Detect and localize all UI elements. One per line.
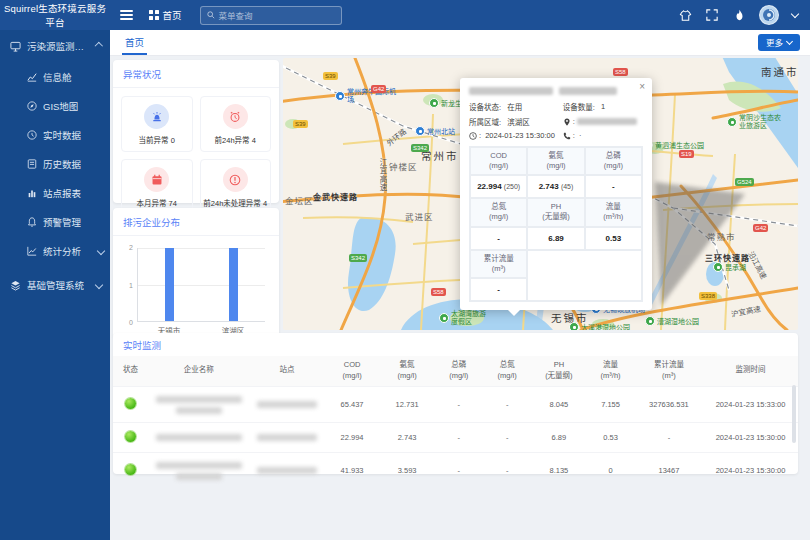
user-avatar[interactable] (759, 5, 779, 25)
table-cell: 8.045 (531, 386, 586, 422)
train-icon (415, 126, 425, 136)
calendar-icon (144, 167, 169, 192)
monitor-table: 状态企业名称站点COD(mg/l)氨氮(mg/l)总磷(mg/l)总氮(mg/l… (113, 356, 798, 488)
sidebar-group-basic-management[interactable]: 基础管理系统 (0, 269, 110, 301)
column-header: 氨氮(mg/l) (380, 356, 435, 386)
table-cell: - (435, 422, 483, 452)
redacted-site-name (257, 434, 317, 441)
map-label-poi-blue: 常州奔牛国际机场 (335, 88, 397, 104)
card-prev24h-abnormal: 前24h异常 4 (200, 96, 272, 152)
sidebar-item-history-data[interactable]: 历史数据 (0, 149, 110, 178)
breadcrumb-home[interactable]: 首页 (149, 8, 182, 22)
history-icon (26, 158, 37, 169)
bar-无锡市 (165, 248, 174, 321)
chevron-up-icon (95, 42, 103, 50)
sidebar-item-alert-management[interactable]: 预警管理 (0, 207, 110, 236)
sidebar-item-statistics[interactable]: 统计分析 (0, 236, 110, 265)
chart-plot-area (137, 248, 265, 322)
dashboard-icon (26, 71, 37, 82)
map-label-road: 外环路 (384, 125, 409, 148)
monitor-icon (10, 41, 21, 52)
redacted-enterprise-name (156, 396, 242, 403)
chevron-down-icon (97, 246, 105, 254)
popup-info-fields: 设备状态: 在用 设备数量: 1 所属区域: 滨湖区 : : 2024-01-2… (469, 101, 643, 140)
plane-icon (335, 91, 345, 101)
map-label-poi-green: 太湖湾旅游度假区 (439, 310, 491, 326)
tab-home[interactable]: 首页 (122, 30, 147, 55)
road-badge: G524 (735, 178, 754, 186)
sidebar-item-info-hub[interactable]: 信息舱 (0, 62, 110, 91)
sidebar-item-gis-map[interactable]: GIS地图 (0, 91, 110, 120)
redacted-address (577, 118, 637, 125)
column-header: 站点 (250, 356, 325, 386)
phone-icon (563, 132, 571, 140)
hamburger-menu-icon[interactable] (120, 10, 133, 20)
grid-icon (149, 10, 159, 20)
app-root: Squirrel生态环境云服务平台 首页 菜单查询 (0, 0, 810, 540)
gis-map[interactable]: 常州市钟楼区武进区金坛区滨湖区无锡市南通市常熟市金武快速路三环快速路江宜高速沿江… (283, 58, 798, 330)
table-row[interactable]: 22.9942.743--6.890.53-2024-01-23 15:30:0… (113, 422, 798, 452)
column-header: 流量(m³/h) (586, 356, 634, 386)
road-badge: S39 (323, 72, 338, 80)
panel-title: 实时监测 (113, 333, 798, 356)
map-label-poi-green: 大溪港湿地公园 (569, 322, 630, 330)
map-label-poi-green: 漕湖湿地公园 (645, 316, 699, 326)
table-row[interactable]: 41.9333.593--8.1350134672024-01-23 15:30… (113, 452, 798, 488)
card-current-abnormal: 当前异常 0 (121, 96, 193, 152)
status-dot-online (125, 431, 136, 442)
park-icon (713, 262, 723, 272)
road-badge: S338 (699, 292, 717, 300)
sidebar-item-realtime-data[interactable]: 实时数据 (0, 120, 110, 149)
table-cell: 0 (586, 452, 634, 488)
chevron-down-icon (95, 281, 103, 289)
panel-title: 排污企业分布 (113, 208, 279, 236)
card-month-abnormal: 本月异常 74 (121, 159, 193, 215)
redacted-enterprise-name (156, 434, 242, 441)
map-label-poi-green: 常阴沙生态农业旅游区 (727, 114, 781, 130)
fullscreen-icon[interactable] (705, 8, 719, 22)
table-cell: - (435, 386, 483, 422)
alert-bell-icon (26, 216, 37, 227)
table-cell: 13467 (635, 452, 703, 488)
theme-skin-icon[interactable] (678, 8, 692, 22)
table-cell: 22.994 (325, 422, 380, 452)
column-header: 总磷(mg/l) (435, 356, 483, 386)
table-cell: 2024-01-23 15:30:00 (703, 452, 798, 488)
flame-icon[interactable] (732, 8, 746, 22)
table-cell: 3.593 (380, 452, 435, 488)
clock-icon (26, 129, 37, 140)
warning-icon (223, 167, 248, 192)
table-row[interactable]: 65.43712.731--8.0457.155327636.5312024-0… (113, 386, 798, 422)
table-scrollbar[interactable] (792, 385, 796, 443)
map-label-road-bold: 金武快速路 (313, 191, 358, 202)
panel-title: 异常状况 (113, 60, 279, 88)
road-badge: S19 (679, 150, 694, 158)
sidebar-group-pollution-monitoring[interactable]: 污染源监测系统 (0, 30, 110, 62)
search-placeholder: 菜单查询 (219, 9, 253, 21)
location-pin-icon (563, 118, 571, 126)
close-icon[interactable]: × (639, 82, 645, 92)
table-cell: 2024-01-23 15:33:00 (703, 386, 798, 422)
column-header: PH(无量纲) (531, 356, 586, 386)
table-cell: - (483, 386, 531, 422)
chevron-down-icon[interactable] (791, 9, 799, 17)
park-icon (429, 98, 439, 108)
table-cell: 41.933 (325, 452, 380, 488)
table-cell: 327636.531 (635, 386, 703, 422)
menu-search-input[interactable]: 菜单查询 (200, 6, 342, 25)
table-cell: 12.731 (380, 386, 435, 422)
column-header: 总氮(mg/l) (483, 356, 531, 386)
redacted-enterprise-name (156, 462, 242, 469)
sidebar: 污染源监测系统 信息舱 GIS地图 实时数据 历史数据 (0, 30, 110, 540)
table-cell: - (435, 452, 483, 488)
map-label-road: 江宜高速 (377, 158, 388, 192)
more-button[interactable]: 更多 (758, 34, 800, 51)
road-badge: S342 (349, 254, 367, 262)
chevron-down-icon (786, 37, 793, 44)
map-label-road: 沪宜高速 (730, 302, 762, 319)
table-cell: 2024-01-23 15:30:00 (703, 422, 798, 452)
status-dot-online (125, 464, 136, 475)
sidebar-item-site-report[interactable]: 站点报表 (0, 178, 110, 207)
status-dot-online (125, 398, 136, 409)
table-cell: 8.135 (531, 452, 586, 488)
